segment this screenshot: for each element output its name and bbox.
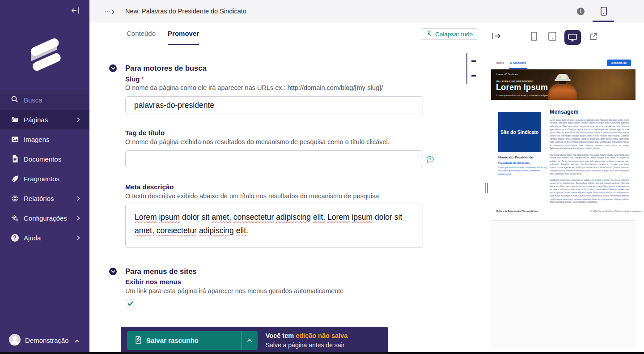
collapse-all-label: Colapsar tudo [435,31,473,38]
user-menu[interactable]: Demonstração [0,331,89,350]
collapse-all-button[interactable]: Colapsar tudo [421,28,478,40]
message-paragraph: Vestibulum elementum, accumsan at sodale… [550,179,629,204]
topbar: New: Palavras do Presidente do Sindicato… [89,0,644,22]
section-collapse-icon[interactable] [109,268,117,275]
breadcrumb-icon[interactable] [105,9,116,17]
section-collapse-icon[interactable] [109,64,117,72]
hero-subtitle: Lorem ipsum dolor sit amet, consectetur … [496,94,556,97]
author-bio: Lorem ipsum dolor sit amet, consectetur … [498,166,547,176]
sidebar-item-imagens[interactable]: Imagens [0,129,89,149]
meta-description-hint: O texto descritivo exibido abaixo de um … [125,192,381,200]
phone-preview-icon[interactable] [601,7,607,17]
collapse-sidebar-icon[interactable] [71,7,80,16]
meta-description-label: Meta descrição [125,183,174,191]
site-logo-card: Site do Sindicato [498,112,541,152]
title-tag-hint: O nome da página exibida nos resultados … [125,138,390,145]
site-preview: Início O Sindicato Associe-se Home • O S… [491,56,636,348]
site-cta-button[interactable]: Associe-se [607,60,631,66]
message-title: Mensagem [550,109,579,115]
tab-conteudo[interactable]: Conteúdo [127,22,156,45]
site-hero: Home • O Sindicato PALAVRAS DO PRESIDENT… [491,69,636,100]
save-draft-label: Salvar rascunho [146,337,199,344]
sidebar-item-ajuda[interactable]: ? Ajuda [0,228,89,247]
sidebar-menu: Páginas Imagens Documentos Fragmentos [0,110,89,247]
editor-tabs: Conteúdo Promover [89,22,226,45]
site-nav-sindicato[interactable]: O Sindicato [510,56,526,69]
preview-empty-area [491,222,636,348]
author-role: Presidente do Sindicato [498,161,530,164]
sidebar-item-documentos[interactable]: Documentos [0,149,89,169]
content-editor: Conteúdo Promover Colapsar tudo Para mot… [89,22,481,354]
device-tablet-icon[interactable] [548,32,556,43]
hero-title: Lorem Ipsum [496,83,548,92]
search-icon [11,95,18,105]
section-menus-heading: Para menus de sites [125,267,197,276]
avatar [9,334,21,347]
image-icon [11,136,19,143]
tab-promover[interactable]: Promover [168,22,199,45]
save-options-caret[interactable] [242,331,258,350]
site-footer: Política de Privacidade e Termos de Uso … [491,204,636,221]
site-body: Site do Sindicato Nome do Presidente Pre… [491,100,636,204]
show-in-menus-label: Exibir nos menus [125,278,181,286]
status-prefix: Você tem [266,332,296,339]
show-in-menus-checkbox[interactable] [126,299,135,308]
page-title: New: Palavras do Presidente do Sindicato [125,0,246,22]
app-logo-icon [21,27,68,79]
site-header: Início O Sindicato Associe-se [491,56,636,69]
save-draft-button[interactable]: Salvar rascunho [127,331,258,350]
title-tag-label: Tag de título [125,129,165,136]
save-icon [135,336,142,345]
title-tag-input[interactable] [125,150,423,168]
save-status: Você tem edição não salva Salve a página… [266,331,348,350]
message-paragraph: Lorem ipsum dolor sit amet, consectetur … [550,119,629,150]
chevron-right-icon [76,214,80,222]
search-input[interactable] [24,96,77,104]
field-collapse-dash[interactable] [471,60,476,62]
add-comment-icon[interactable] [426,155,434,165]
collapse-panel-icon[interactable] [492,32,501,42]
sidebar: Páginas Imagens Documentos Fragmentos [0,0,89,354]
window-edge [0,352,644,354]
message-paragraphs: Lorem ipsum dolor sit amet, consectetur … [550,119,629,207]
sidebar-item-fragmentos[interactable]: Fragmentos [0,169,89,188]
device-desktop-icon[interactable] [564,30,581,45]
sidebar-item-relatorios[interactable]: Relatórios [0,188,89,208]
folder-icon [11,116,19,124]
globe-icon [11,195,19,202]
sidebar-item-paginas[interactable]: Páginas [0,110,89,129]
sidebar-item-label: Fragmentos [24,175,59,183]
status-warning: edição não salva [296,332,347,339]
site-nav-inicio[interactable]: Início [496,56,504,69]
info-icon[interactable]: i [577,8,585,15]
help-icon: ? [11,234,19,242]
device-phone-icon[interactable] [531,32,537,43]
sidebar-item-label: Ajuda [24,234,41,242]
panel-resize-handle[interactable] [485,183,488,193]
open-external-icon[interactable] [590,33,597,42]
sidebar-item-configuracoes[interactable]: Configurações [0,208,89,228]
site-nav: Início O Sindicato [496,56,526,69]
chevron-right-icon [76,116,80,124]
message-paragraph: Maecenas lobortis augue nec quam tempus,… [550,154,629,176]
slug-hint: O nome da página como ele irá aparecer n… [125,84,383,91]
sidebar-search [0,90,89,110]
author-name: Nome do Presidente [498,155,533,159]
field-collapse-dash[interactable] [471,75,476,77]
preview-toolbar [481,22,644,50]
user-name: Demonstração [25,337,69,344]
collapse-all-icon [426,30,432,38]
required-mark: * [141,75,144,83]
site-footer-links[interactable]: Política de Privacidade e Termos de Uso [496,210,538,213]
sidebar-item-label: Configurações [24,214,67,222]
slug-label: Slug* [125,75,144,83]
sidebar-item-label: Documentos [24,155,61,163]
meta-description-box[interactable]: Lorem ipsum dolor sit amet, consectetur … [125,204,423,248]
active-tool-underline [593,21,614,22]
slug-input[interactable] [125,96,423,114]
hero-worker-photo [548,74,577,100]
status-subtext: Salve a página antes de sair [266,341,348,350]
show-in-menus-hint: Um link para esta página irá aparecer no… [125,287,343,294]
save-bar: Salvar rascunho Você tem edição não salv… [121,327,388,354]
chevron-right-icon [76,234,80,242]
